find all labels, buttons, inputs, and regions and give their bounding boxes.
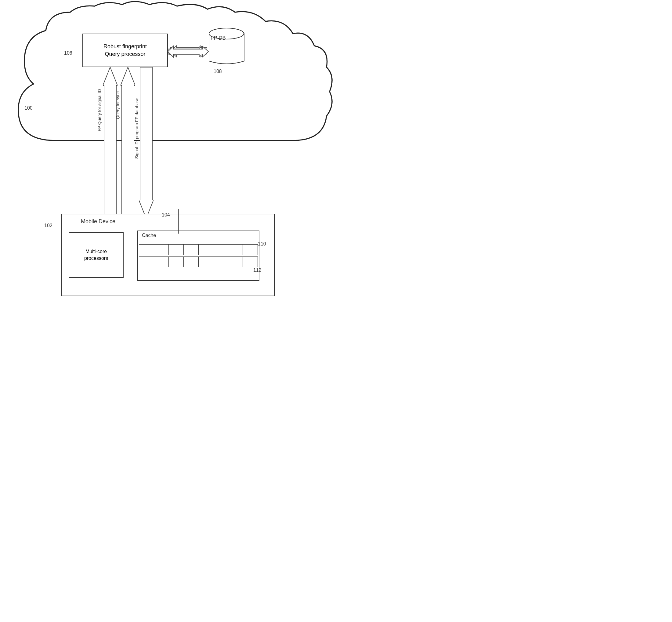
multicore-processors-box: Multi-core processors: [69, 232, 123, 278]
arrow-label-2: Query for sync: [115, 91, 120, 119]
arrow-query-sync: [120, 67, 135, 218]
cache-cell: [228, 257, 243, 267]
label-102: 102: [44, 223, 52, 229]
label-112: 112: [253, 268, 262, 273]
cache-cell: [184, 245, 199, 255]
svg-marker-8: [139, 67, 153, 218]
svg-marker-6: [103, 67, 117, 218]
multicore-text-line1: Multi-core: [85, 249, 107, 254]
cache-cell: [169, 245, 184, 255]
cache-label: Cache: [142, 233, 156, 238]
cache-cell: [154, 245, 169, 255]
cloud-shape: [0, 0, 336, 153]
cache-cell: [213, 257, 228, 267]
cache-cell: [184, 257, 199, 267]
fp-db-text: FP DB: [211, 35, 226, 41]
cache-cell: [199, 245, 214, 255]
cache-cell: [199, 257, 214, 267]
label-110: 110: [258, 241, 266, 247]
query-processor-text-line2: Query processor: [105, 51, 145, 57]
query-processor-box: Robust fingerprint Query processor: [82, 34, 168, 67]
cache-cell: [139, 245, 154, 255]
mobile-device-label: Mobile Device: [81, 218, 115, 225]
multicore-text-line2: processors: [84, 255, 108, 261]
arrow-label-3: Signal ID, program FP database: [134, 98, 139, 159]
arrow-label-1: FP Query for signal ID: [97, 89, 102, 131]
cache-cell: [243, 257, 258, 267]
double-arrow-lr: [167, 45, 209, 58]
label-108: 108: [214, 69, 222, 74]
cache-cell: [243, 245, 258, 255]
arrow-fp-query: [103, 67, 117, 218]
cache-cell: [213, 245, 228, 255]
diagram-container: Robust fingerprint Query processor 106: [0, 0, 336, 311]
arrow-signal-id: [139, 67, 153, 218]
label-104: 104: [162, 212, 170, 218]
cache-cell: [169, 257, 184, 267]
label-100: 100: [25, 105, 33, 111]
svg-marker-7: [120, 67, 135, 218]
query-processor-text-line1: Robust fingerprint: [104, 43, 147, 49]
cache-cell: [154, 257, 169, 267]
label-106: 106: [64, 50, 72, 56]
fp-db-cylinder: [204, 23, 249, 67]
cache-cell: [139, 257, 154, 267]
cache-row-1: [139, 244, 258, 255]
label-104-line: [170, 209, 188, 234]
cache-row-2: [139, 256, 258, 267]
svg-marker-3: [168, 46, 209, 57]
cache-cell: [228, 245, 243, 255]
